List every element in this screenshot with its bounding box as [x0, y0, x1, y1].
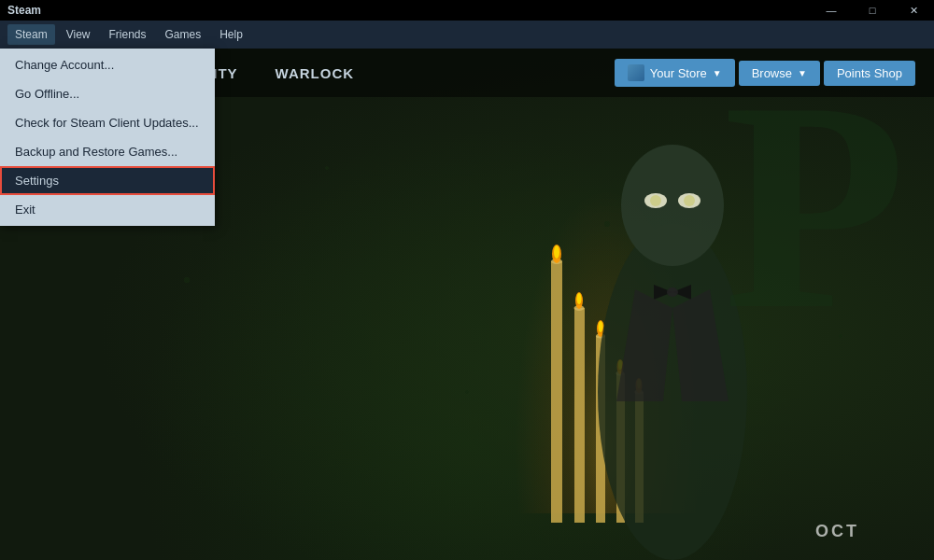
svg-point-13	[616, 371, 625, 376]
svg-rect-8	[596, 336, 605, 523]
window-title-text: Steam	[7, 4, 41, 17]
svg-marker-26	[654, 285, 672, 300]
menu-friends[interactable]: Friends	[101, 24, 153, 45]
menu-settings[interactable]: Settings	[0, 166, 215, 195]
points-shop-button[interactable]: Points Shop	[824, 61, 915, 86]
close-button[interactable]: ✕	[893, 0, 934, 21]
svg-point-5	[574, 305, 585, 311]
window-title-bar: Steam — □ ✕	[0, 0, 934, 21]
browse-arrow: ▼	[798, 68, 807, 78]
svg-point-14	[617, 359, 624, 374]
dropdown-menu-container: Change Account... Go Offline... Check fo…	[0, 49, 215, 226]
svg-point-24	[650, 195, 661, 206]
svg-point-20	[598, 224, 747, 560]
browse-label: Browse	[752, 66, 792, 80]
window-controls: — □ ✕	[811, 0, 934, 21]
nav-username[interactable]: WARLOCK	[257, 49, 374, 97]
your-store-label: Your Store	[650, 66, 707, 80]
avatar-icon	[628, 64, 644, 81]
svg-marker-29	[616, 289, 672, 401]
svg-point-18	[636, 378, 643, 393]
svg-point-28	[667, 287, 678, 297]
menu-games[interactable]: Games	[158, 24, 209, 45]
store-nav-buttons: Your Store ▼ Browse ▼ Points Shop	[615, 59, 915, 87]
gothic-letter: P	[724, 56, 906, 355]
menu-go-offline[interactable]: Go Offline...	[0, 79, 215, 108]
svg-point-25	[684, 195, 695, 206]
svg-point-19	[637, 379, 641, 388]
svg-point-22	[644, 193, 667, 208]
menu-backup-restore[interactable]: Backup and Restore Games...	[0, 137, 215, 166]
menu-bar: Steam View Friends Games Help	[0, 21, 934, 49]
svg-point-10	[597, 320, 604, 337]
figure-character	[542, 112, 803, 560]
svg-point-17	[635, 390, 644, 395]
menu-check-updates[interactable]: Check for Steam Client Updates...	[0, 108, 215, 137]
svg-point-7	[577, 293, 582, 304]
your-store-arrow: ▼	[713, 68, 722, 78]
svg-point-3	[554, 245, 559, 259]
candle-glow	[514, 187, 700, 513]
svg-point-9	[596, 334, 605, 339]
svg-point-21	[621, 145, 724, 266]
menu-change-account[interactable]: Change Account...	[0, 50, 215, 79]
svg-rect-12	[616, 373, 625, 523]
menu-help[interactable]: Help	[212, 24, 250, 45]
svg-marker-30	[672, 289, 729, 401]
menu-steam[interactable]: Steam	[7, 24, 55, 45]
menu-view[interactable]: View	[59, 24, 98, 45]
svg-rect-16	[635, 392, 644, 523]
candles-decoration	[523, 187, 663, 560]
svg-point-11	[599, 321, 603, 332]
your-store-button[interactable]: Your Store ▼	[615, 59, 735, 87]
oct-label: OCT	[815, 522, 859, 541]
svg-point-6	[575, 292, 583, 309]
svg-marker-27	[672, 285, 691, 300]
svg-point-23	[678, 193, 700, 208]
points-shop-label: Points Shop	[837, 66, 902, 80]
svg-rect-0	[551, 261, 562, 523]
browse-button[interactable]: Browse ▼	[739, 61, 820, 86]
menu-exit[interactable]: Exit	[0, 195, 215, 224]
svg-point-1	[551, 259, 562, 264]
svg-point-2	[552, 245, 561, 263]
minimize-button[interactable]: —	[811, 0, 852, 21]
steam-dropdown-menu: Change Account... Go Offline... Check fo…	[0, 49, 215, 226]
maximize-button[interactable]: □	[852, 0, 893, 21]
svg-rect-4	[574, 308, 585, 523]
svg-point-15	[618, 360, 622, 370]
